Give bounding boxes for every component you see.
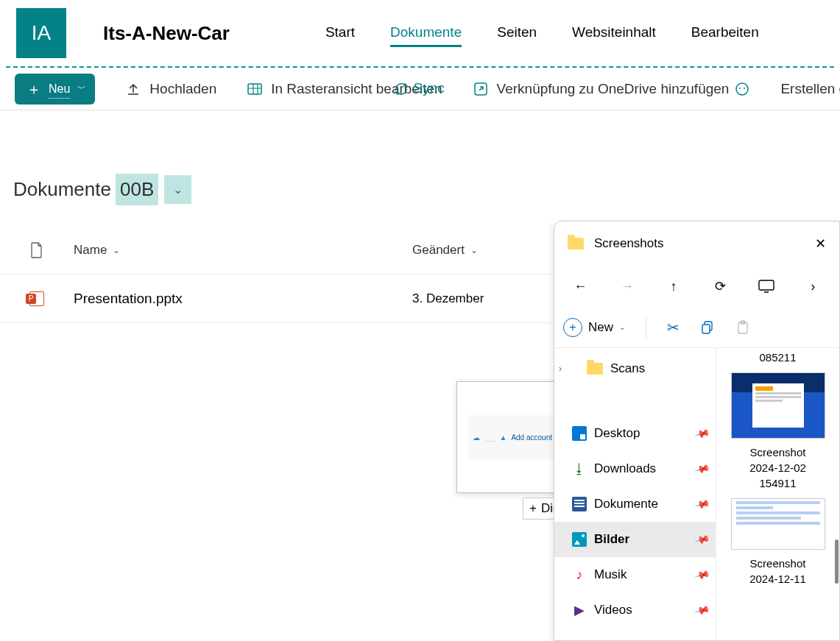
pin-icon: 📌	[693, 531, 710, 548]
col-modified[interactable]: Geändert ⌄	[412, 243, 560, 258]
svg-rect-5	[759, 280, 774, 290]
paste-icon[interactable]	[735, 320, 750, 335]
file-name[interactable]: Presentation.pptx	[74, 291, 183, 307]
create-button[interactable]: Erstellen eines	[780, 81, 840, 97]
upload-label: Hochladen	[149, 81, 216, 97]
library-title[interactable]: Dokumente 00B⌄	[6, 169, 199, 210]
file-thumbnail[interactable]	[731, 372, 825, 439]
chevron-right-icon: ›	[559, 364, 562, 374]
tree-pictures[interactable]: Bilder 📌	[554, 522, 716, 557]
thumb-label: Screenshot 2024-12-02 154911	[721, 445, 835, 491]
chevron-right-icon[interactable]: ›	[798, 272, 827, 301]
music-icon: ♪	[572, 567, 587, 582]
tree-videos[interactable]: ▶ Videos 📌	[554, 592, 716, 628]
explorer-new-button[interactable]: + New ⌄	[563, 318, 625, 337]
tree-documents[interactable]: Dokumente 📌	[554, 486, 716, 522]
explorer-cmdrow: + New ⌄ ✂	[554, 307, 839, 348]
chevron-down-icon: ⌄	[470, 245, 478, 255]
chevron-down-icon[interactable]: ⌄	[164, 175, 191, 204]
plus-icon: ＋	[27, 82, 41, 96]
divider	[646, 317, 646, 338]
explorer-titlebar[interactable]: Screenshots ✕	[554, 222, 839, 266]
library-title-b: 00B	[116, 174, 158, 205]
chevron-down-icon: ⌄	[619, 323, 625, 331]
refresh-button[interactable]: ⟳	[705, 272, 735, 301]
col-name-label: Name	[74, 243, 107, 258]
tree-desktop[interactable]: Desktop 📌	[554, 416, 716, 451]
table-row[interactable]: Presentation.pptx 3. Dezember	[0, 275, 560, 323]
svg-point-2	[736, 83, 748, 95]
pictures-icon	[572, 532, 587, 547]
col-type[interactable]	[0, 242, 74, 258]
downloads-icon: ⭳	[572, 461, 587, 476]
chevron-down-icon: ﹀	[77, 82, 86, 95]
site-nav: Start Dokumente Seiten Websiteinhalt Bea…	[325, 20, 759, 47]
create-label: Erstellen eines	[780, 81, 840, 97]
tree-label: Dokumente	[594, 497, 658, 511]
site-header: IA Its-A-New-Car Start Dokumente Seiten …	[0, 0, 840, 66]
nav-sitecontent[interactable]: Websiteinhalt	[572, 20, 656, 47]
forward-button[interactable]: →	[613, 272, 642, 301]
file-icon	[30, 242, 43, 258]
file-explorer-window: Screenshots ✕ ← → ↑ ⟳ › + New ⌄ ✂ ›	[554, 221, 840, 641]
library-title-wrap: Dokumente 00B⌄	[6, 169, 199, 210]
copy-icon[interactable]	[700, 320, 715, 335]
document-list: Name ⌄ Geändert ⌄ Presentation.pptx 3. D…	[0, 226, 560, 323]
agent-icon	[733, 80, 751, 98]
back-button[interactable]: ←	[566, 272, 596, 301]
explorer-content: 085211 Screenshot 2024-12-02 154911 Scre…	[716, 348, 839, 640]
table-header: Name ⌄ Geändert ⌄	[0, 226, 560, 275]
shortcut-button[interactable]: Verknüpfung zu OneDrive hinzufügen	[472, 80, 752, 98]
scrollbar[interactable]	[835, 539, 839, 584]
view-button[interactable]	[752, 272, 781, 301]
site-title[interactable]: Its-A-New-Car	[103, 22, 230, 45]
command-toolbar: ＋ Neu ﹀ Hochladen In Rasteransicht bearb…	[0, 68, 840, 110]
pin-icon: 📌	[693, 461, 710, 477]
close-icon[interactable]: ✕	[815, 235, 826, 252]
up-button[interactable]: ↑	[659, 272, 688, 301]
upload-button[interactable]: Hochladen	[124, 80, 216, 98]
shortcut-label: Verknüpfung zu OneDrive hinzufügen	[497, 81, 730, 97]
svg-point-4	[744, 88, 745, 89]
new-label: Neu	[49, 82, 70, 96]
nav-edit[interactable]: Bearbeiten	[691, 20, 759, 47]
site-logo[interactable]: IA	[16, 8, 66, 58]
tree-downloads[interactable]: ⭳ Downloads 📌	[554, 451, 716, 486]
pin-icon: 📌	[693, 567, 710, 583]
nav-documents[interactable]: Dokumente	[390, 20, 462, 47]
file-thumbnail[interactable]	[731, 498, 825, 550]
sync-overlap: Sync	[393, 80, 445, 97]
documents-icon	[572, 497, 587, 511]
thumb-label: Screenshot 2024-12-11	[721, 556, 835, 587]
pin-icon: 📌	[693, 496, 710, 512]
videos-icon: ▶	[572, 603, 587, 617]
explorer-tree: › Scans Desktop 📌 ⭳ Downloads 📌 Dokument…	[554, 348, 716, 640]
plus-circle-icon: +	[563, 318, 582, 337]
grid-icon	[246, 80, 264, 98]
thumb-label-truncated: 085211	[721, 350, 835, 365]
plus-icon: +	[529, 501, 537, 516]
explorer-new-label: New	[588, 320, 613, 335]
cut-icon[interactable]: ✂	[667, 319, 680, 336]
nav-pages[interactable]: Seiten	[497, 20, 537, 47]
library-title-a: Dokumente	[13, 178, 111, 201]
new-button[interactable]: ＋ Neu ﹀	[15, 74, 95, 105]
svg-point-3	[739, 88, 741, 89]
pin-icon: 📌	[693, 425, 710, 442]
grid-edit-button[interactable]: In Rasteransicht bearbeiten Sync	[246, 80, 442, 98]
nav-start[interactable]: Start	[325, 20, 355, 47]
tree-label: Scans	[610, 361, 645, 376]
tree-scans[interactable]: › Scans	[554, 351, 716, 386]
tree-label: Downloads	[594, 461, 656, 476]
drag-ghost: ☁ ▲ Add account	[456, 381, 568, 493]
tree-label: Musik	[594, 567, 627, 582]
tree-music[interactable]: ♪ Musik 📌	[554, 557, 716, 592]
svg-rect-7	[702, 325, 710, 333]
shortcut-icon	[472, 80, 490, 98]
explorer-title: Screenshots	[594, 236, 805, 251]
explorer-navrow: ← → ↑ ⟳ ›	[554, 266, 839, 307]
col-name[interactable]: Name ⌄	[74, 243, 412, 258]
tree-label: Videos	[594, 603, 632, 617]
folder-icon	[568, 238, 584, 249]
folder-icon	[587, 363, 603, 375]
